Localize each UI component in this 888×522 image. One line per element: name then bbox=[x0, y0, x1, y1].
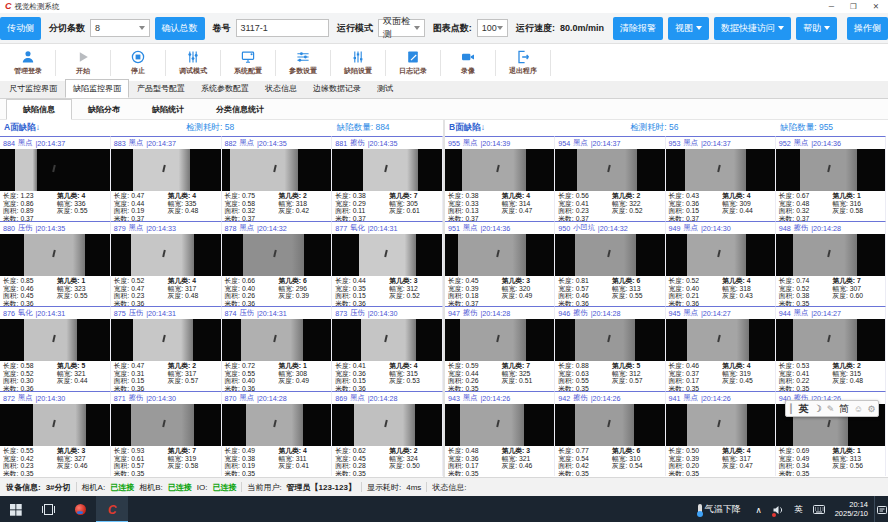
defect-cell[interactable]: 949黑点|20:14:30长度: 0.52宽度: 0.40面积: 0.21米数… bbox=[666, 221, 776, 306]
subtab-class-info-stats[interactable]: 分类信息统计 bbox=[200, 100, 280, 119]
clear-alarm-button[interactable]: 清除报警 bbox=[613, 17, 663, 40]
run-mode-select[interactable]: 双面检测 bbox=[378, 19, 425, 37]
ime-simplified-toggle[interactable]: 简 bbox=[839, 402, 849, 416]
defect-cell[interactable]: 876氧化|20:14:31长度: 0.58宽度: 0.52面积: 0.30米数… bbox=[0, 306, 111, 391]
defect-cell[interactable]: 881擦伤|20:14:35长度: 0.38宽度: 0.29面积: 0.11米数… bbox=[332, 136, 443, 221]
tab-test[interactable]: 测试 bbox=[369, 79, 401, 98]
defect-cell-header: 943黑点|20:14:26 bbox=[445, 392, 554, 404]
tray-expand-button[interactable]: ∧ bbox=[749, 496, 769, 522]
current-user-label: 当前用户: bbox=[247, 482, 281, 493]
subtab-defect-info[interactable]: 缺陷信息 bbox=[6, 99, 72, 120]
defect-id: 948 bbox=[779, 224, 791, 233]
defect-cell[interactable]: 948擦伤|20:14:28长度: 0.74宽度: 0.52面积: 0.38米数… bbox=[776, 221, 886, 306]
defect-info: 长度: 0.44宽度: 0.35面积: 0.15米数: 0.36第几类: 3幅宽… bbox=[332, 276, 442, 306]
task-view-button[interactable] bbox=[32, 496, 64, 522]
tab-defect-monitor[interactable]: 缺陷监控界面 bbox=[65, 79, 129, 98]
help-menu-button[interactable]: 帮助 bbox=[796, 17, 837, 40]
drive-side-button[interactable]: 传动侧 bbox=[0, 17, 41, 40]
defect-id: 943 bbox=[448, 394, 460, 403]
ime-english-toggle[interactable]: 英 bbox=[798, 402, 808, 416]
defect-cell[interactable]: 942擦伤|20:14:26长度: 0.77宽度: 0.54面积: 0.42米数… bbox=[555, 391, 665, 476]
tab-system-param-config[interactable]: 系统参数配置 bbox=[193, 79, 257, 98]
confirm-total-button[interactable]: 确认总数 bbox=[155, 17, 205, 40]
defect-cell[interactable]: 943黑点|20:14:26长度: 0.48宽度: 0.36面积: 0.17米数… bbox=[445, 391, 555, 476]
tab-edge-data-record[interactable]: 边缘数据记录 bbox=[305, 79, 369, 98]
defect-cell[interactable]: 871擦伤|20:14:30长度: 0.93宽度: 0.61面积: 0.57米数… bbox=[111, 391, 222, 476]
defect-cell[interactable]: 879黑点|20:14:33长度: 0.52宽度: 0.47面积: 0.23米数… bbox=[111, 221, 222, 306]
debug-mode-button[interactable]: 调试模式 bbox=[167, 49, 219, 76]
defect-cell[interactable]: 870黑点|20:14:28长度: 0.49宽度: 0.38面积: 0.19米数… bbox=[222, 391, 333, 476]
pen-icon[interactable]: ✎ bbox=[827, 404, 835, 414]
defect-cell[interactable]: 950小凹坑|20:14:32长度: 0.81宽度: 0.57面积: 0.46米… bbox=[555, 221, 665, 306]
moon-icon[interactable]: ☽ bbox=[813, 403, 822, 414]
emoji-icon[interactable]: ☺ bbox=[854, 404, 863, 414]
defect-cell[interactable]: 944黑点|20:14:27长度: 0.53宽度: 0.41面积: 0.22米数… bbox=[776, 306, 886, 391]
volume-icon[interactable] bbox=[769, 496, 789, 522]
tab-status-info[interactable]: 状态信息 bbox=[257, 79, 305, 98]
clock[interactable]: 20:14 2025/2/10 bbox=[835, 501, 868, 518]
tab-size-monitor[interactable]: 尺寸监控界面 bbox=[1, 79, 65, 98]
weather-widget[interactable]: 气温下降 bbox=[698, 503, 741, 516]
defect-type: 黑点 bbox=[18, 138, 32, 148]
defect-cell[interactable]: 874压伤|20:14:31长度: 0.72宽度: 0.55面积: 0.40米数… bbox=[222, 306, 333, 391]
language-indicator[interactable]: 英 bbox=[789, 496, 809, 522]
defect-cell[interactable]: 882黑点|20:14:35长度: 0.75宽度: 0.58面积: 0.32米数… bbox=[222, 136, 333, 221]
defect-cell[interactable]: 872黑点|20:14:30长度: 0.55宽度: 0.42面积: 0.23米数… bbox=[0, 391, 111, 476]
action-center-button[interactable] bbox=[874, 496, 888, 522]
defect-cell[interactable]: 941黑点|20:14:26长度: 0.50宽度: 0.39面积: 0.20米数… bbox=[666, 391, 776, 476]
subtab-defect-stats[interactable]: 缺陷统计 bbox=[136, 100, 200, 119]
admin-login-button[interactable]: 管理登录 bbox=[2, 49, 54, 76]
slit-count-select[interactable]: 8 bbox=[90, 19, 150, 37]
exit-door-icon bbox=[515, 49, 531, 65]
ime-toolbar[interactable]: ┃ 英 ☽ ✎ 简 ☺ ⚙ bbox=[785, 400, 879, 417]
stop-button[interactable]: 停止 bbox=[112, 49, 164, 76]
app-icon bbox=[75, 504, 86, 515]
view-menu-button[interactable]: 视图 bbox=[668, 17, 709, 40]
defect-cell[interactable]: 883黑点|20:14:37长度: 0.47宽度: 0.44面积: 0.19米数… bbox=[111, 136, 222, 221]
defect-cell[interactable]: 884黑点|20:14:37长度: 1.23宽度: 0.86面积: 0.89米数… bbox=[0, 136, 111, 221]
defect-info: 长度: 1.23宽度: 0.86面积: 0.89米数: 0.37第几类: 4幅宽… bbox=[0, 191, 110, 221]
defect-cell[interactable]: 877氧化|20:14:31长度: 0.44宽度: 0.35面积: 0.15米数… bbox=[332, 221, 443, 306]
defect-cell[interactable]: 951黑点|20:14:36长度: 0.45宽度: 0.39面积: 0.18米数… bbox=[445, 221, 555, 306]
defect-cell[interactable]: 952黑点|20:14:36长度: 0.67宽度: 0.48面积: 0.32米数… bbox=[776, 136, 886, 221]
defect-cell[interactable]: 945黑点|20:14:27长度: 0.46宽度: 0.37面积: 0.17米数… bbox=[666, 306, 776, 391]
close-button[interactable]: ✕ bbox=[873, 2, 879, 11]
system-config-button[interactable]: 系统配置 bbox=[222, 49, 274, 76]
defect-cell-header: 951黑点|20:14:36 bbox=[445, 222, 554, 234]
gear-icon[interactable]: ⚙ bbox=[868, 404, 876, 414]
defect-area: 0.21 bbox=[686, 292, 699, 299]
start-menu-button[interactable] bbox=[0, 496, 32, 522]
exit-program-button[interactable]: 退出程序 bbox=[497, 49, 549, 76]
defect-cell-header: 945黑点|20:14:27 bbox=[666, 307, 775, 319]
defect-cell[interactable]: 873压伤|20:14:30长度: 0.41宽度: 0.36面积: 0.15米数… bbox=[332, 306, 443, 391]
start-button[interactable]: 开始 bbox=[57, 49, 109, 76]
defect-cell[interactable]: 869黑点|20:14:28长度: 0.62宽度: 0.45面积: 0.28米数… bbox=[332, 391, 443, 476]
defect-cell[interactable]: 954黑点|20:14:37长度: 0.56宽度: 0.41面积: 0.23米数… bbox=[555, 136, 665, 221]
log-record-button[interactable]: 日志记录 bbox=[387, 49, 439, 76]
roll-number-input[interactable]: 3117-1 bbox=[236, 19, 329, 37]
defect-image bbox=[332, 149, 442, 191]
chart-points-select[interactable]: 100 bbox=[477, 19, 508, 37]
tab-product-model-config[interactable]: 产品型号配置 bbox=[129, 79, 193, 98]
defect-cell[interactable]: 947擦伤|20:14:28长度: 0.59宽度: 0.44面积: 0.26米数… bbox=[445, 306, 555, 391]
operate-side-button[interactable]: 操作侧 bbox=[847, 17, 888, 40]
defect-length: 0.41 bbox=[353, 362, 366, 369]
image-band bbox=[15, 149, 37, 191]
defect-cell[interactable]: 955黑点|20:14:39长度: 0.38宽度: 0.33面积: 0.13米数… bbox=[445, 136, 555, 221]
defect-cell[interactable]: 878黑点|20:14:32长度: 0.66宽度: 0.40面积: 0.26米数… bbox=[222, 221, 333, 306]
minimize-button[interactable]: ─ bbox=[829, 2, 834, 11]
defect-cell[interactable]: 880压伤|20:14:35长度: 0.85宽度: 0.46面积: 0.45米数… bbox=[0, 221, 111, 306]
defect-cell[interactable]: 953黑点|20:14:37长度: 0.43宽度: 0.36面积: 0.15米数… bbox=[666, 136, 776, 221]
defect-cell[interactable]: 946擦伤|20:14:28长度: 0.88宽度: 0.63面积: 0.55米数… bbox=[555, 306, 665, 391]
taskbar-app-browser[interactable] bbox=[64, 496, 96, 522]
quick-access-menu-button[interactable]: 数据快捷访问 bbox=[714, 17, 791, 40]
defect-class: 2 bbox=[636, 192, 640, 199]
param-settings-button[interactable]: 参数设置 bbox=[277, 49, 329, 76]
maximize-button[interactable]: ❐ bbox=[850, 2, 857, 11]
keyboard-icon[interactable] bbox=[809, 496, 829, 522]
taskbar-app-inspection[interactable]: C bbox=[96, 496, 128, 522]
defect-settings-button[interactable]: 缺陷设置 bbox=[332, 49, 384, 76]
subtab-defect-distribution[interactable]: 缺陷分布 bbox=[72, 100, 136, 119]
defect-cell[interactable]: 875压伤|20:14:31长度: 0.47宽度: 0.31面积: 0.15米数… bbox=[111, 306, 222, 391]
record-video-button[interactable]: 录像 bbox=[442, 49, 494, 76]
